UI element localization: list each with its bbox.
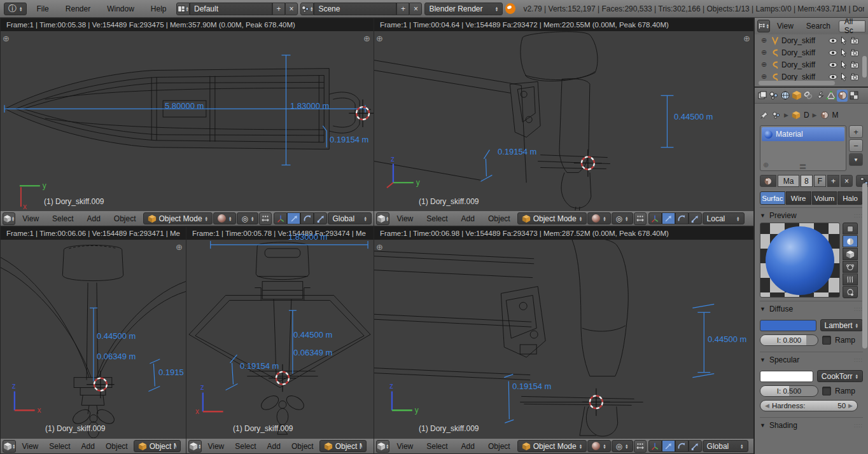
viewport-shading-dropdown[interactable] xyxy=(213,212,236,224)
editor-type-button[interactable] xyxy=(188,440,202,453)
pivot-point-dropdown[interactable]: ◎ xyxy=(612,212,633,224)
renderability-camera-icon[interactable] xyxy=(850,48,859,57)
properties-editor-type-button[interactable] xyxy=(757,90,767,102)
menu-select[interactable]: Select xyxy=(420,442,454,451)
menu-view[interactable]: View xyxy=(390,214,419,223)
tab-world[interactable] xyxy=(780,90,790,102)
panel-header-diffuse[interactable]: ▼ Diffuse :::: xyxy=(760,301,863,316)
mode-dropdown[interactable]: Object Mode xyxy=(517,212,587,224)
manipulator-axis-button[interactable] xyxy=(274,212,287,224)
type-tab-wire[interactable]: Wire xyxy=(786,191,811,205)
tab-constraints[interactable] xyxy=(802,90,813,102)
pivot-point-dropdown[interactable]: ◎ xyxy=(612,440,633,452)
mode-dropdown[interactable]: Object Mode xyxy=(517,440,587,452)
outliner-item-label[interactable]: Dory_skiff xyxy=(781,36,815,45)
visibility-eye-icon[interactable] xyxy=(829,60,837,69)
diffuse-shader-dropdown[interactable]: Lambert xyxy=(820,319,863,331)
outliner-item-label[interactable]: Dory_skiff xyxy=(781,60,815,69)
viewport-canvas[interactable]: z x xyxy=(186,240,374,438)
renderability-camera-icon[interactable] xyxy=(850,72,859,81)
tab-object-data[interactable] xyxy=(825,90,836,102)
outliner-row[interactable]: ⊕ Dory_skiff xyxy=(755,58,868,71)
visibility-eye-icon[interactable] xyxy=(829,72,837,81)
material-slot-active[interactable]: Material xyxy=(762,127,844,141)
screen-layout-delete-button[interactable]: × xyxy=(285,3,298,15)
menu-view[interactable]: View xyxy=(17,442,43,451)
tab-modifiers[interactable] xyxy=(814,90,825,102)
material-specials-menu-button[interactable]: ▼ xyxy=(849,153,863,166)
manipulator-translate-button[interactable] xyxy=(287,212,300,224)
panel-grip-icon[interactable]: :::: xyxy=(854,357,863,363)
material-slot-add-button[interactable]: + xyxy=(849,125,863,138)
menu-object[interactable]: Object xyxy=(108,214,143,223)
menu-view[interactable]: View xyxy=(16,214,45,223)
viewport-top-left[interactable]: Frame:1 | Time:00:05.38 | Ve:154489 Fa:2… xyxy=(0,18,374,226)
manipulator-rotate-button[interactable] xyxy=(675,440,689,452)
outliner-menu-view[interactable]: View xyxy=(771,22,799,31)
specular-ramp-checkbox[interactable] xyxy=(822,387,831,396)
outliner-vertical-scrollbar[interactable] xyxy=(862,56,867,78)
preview-world-button[interactable] xyxy=(843,286,858,298)
manipulator-axis-button[interactable] xyxy=(648,212,662,224)
mode-dropdown[interactable]: Object Mode xyxy=(134,440,181,452)
outliner-row[interactable]: ⊕ Dory_skiff xyxy=(755,34,868,46)
scene-delete-button[interactable]: × xyxy=(409,3,422,15)
manipulator-scale-button[interactable] xyxy=(689,212,702,224)
viewport-shading-dropdown[interactable] xyxy=(587,212,610,224)
screen-layout-field[interactable]: Default xyxy=(190,3,272,15)
selectability-cursor-icon[interactable] xyxy=(839,60,848,69)
editor-type-button[interactable] xyxy=(3,212,15,225)
tab-object[interactable] xyxy=(791,90,802,102)
menu-add[interactable]: Add xyxy=(262,442,286,451)
slider-right-arrow-icon[interactable]: ▶ xyxy=(848,402,853,409)
info-editor-type-button[interactable]: ⓘ xyxy=(4,3,27,15)
pin-icon[interactable] xyxy=(760,111,769,120)
manipulator-widget-toggle[interactable] xyxy=(634,212,647,225)
menu-add[interactable]: Add xyxy=(76,442,100,451)
unlink-material-button[interactable]: × xyxy=(841,175,853,187)
material-users-count[interactable]: 8 xyxy=(801,175,813,187)
properties-expand-icon[interactable]: ⊕ xyxy=(176,242,183,252)
type-tab-volume[interactable]: Volum xyxy=(812,191,837,205)
manipulator-rotate-button[interactable] xyxy=(300,212,314,224)
manipulator-scale-button[interactable] xyxy=(689,440,702,452)
menu-select[interactable]: Select xyxy=(44,442,75,451)
material-name-field[interactable]: Ma xyxy=(778,175,799,187)
manipulator-rotate-button[interactable] xyxy=(675,212,689,224)
viewport-bottom-left[interactable]: Frame:1 | Time:00:06.06 | Ve:154489 Fa:2… xyxy=(0,226,186,454)
diffuse-color-swatch[interactable] xyxy=(760,320,816,331)
menu-window[interactable]: Window xyxy=(100,4,141,13)
panel-grip-icon[interactable]: :::: xyxy=(854,422,863,429)
panel-header-preview[interactable]: ▼ Preview :::: xyxy=(760,207,863,223)
material-slot-list[interactable]: Material ⊕ ▬▬ xyxy=(760,125,846,171)
slot-add-icon[interactable]: ⊕ xyxy=(763,161,769,169)
diffuse-intensity-slider[interactable]: I: 0.800 xyxy=(760,334,818,346)
visibility-eye-icon[interactable] xyxy=(829,48,837,57)
menu-render[interactable]: Render xyxy=(59,4,97,13)
toolshelf-expand-icon[interactable]: ⊕ xyxy=(376,242,383,252)
outliner-item-label[interactable]: Dory_skiff xyxy=(781,48,815,57)
menu-object[interactable]: Object xyxy=(482,214,517,223)
fake-user-button[interactable]: F xyxy=(814,175,826,187)
menu-add[interactable]: Add xyxy=(80,214,106,223)
menu-file[interactable]: File xyxy=(29,4,55,13)
properties-expand-icon[interactable]: ⊕ xyxy=(363,34,370,43)
menu-add[interactable]: Add xyxy=(455,214,481,223)
preview-sphere-button[interactable] xyxy=(843,235,858,247)
expand-icon[interactable]: ⊕ xyxy=(761,48,769,57)
viewport-bottom-middle[interactable]: Frame:1 | Time:00:05.78 | Ve:154489 Fa:2… xyxy=(186,226,374,454)
preview-monkey-button[interactable] xyxy=(843,261,858,273)
renderability-camera-icon[interactable] xyxy=(850,36,859,45)
toolshelf-expand-icon[interactable]: ⊕ xyxy=(376,34,383,43)
menu-object[interactable]: Object xyxy=(286,442,319,451)
diffuse-ramp-checkbox[interactable] xyxy=(822,336,831,345)
type-tab-halo[interactable]: Halo xyxy=(837,191,863,205)
mode-dropdown[interactable]: Object Mode xyxy=(319,440,367,452)
slider-left-arrow-icon[interactable]: ◀ xyxy=(765,402,769,409)
specular-color-swatch[interactable] xyxy=(760,371,813,382)
tab-texture[interactable] xyxy=(848,90,859,102)
menu-select[interactable]: Select xyxy=(420,214,454,223)
editor-type-button[interactable] xyxy=(3,440,16,453)
screen-layout-icon-button[interactable] xyxy=(176,3,190,15)
tab-material[interactable] xyxy=(837,90,848,102)
